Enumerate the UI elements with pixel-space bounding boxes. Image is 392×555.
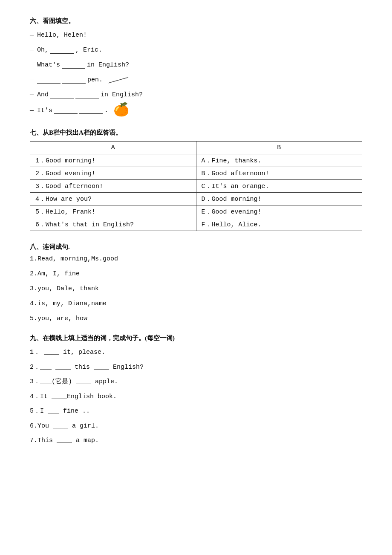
fill-item: 2．___ ____ this ____ English? xyxy=(30,361,362,374)
line-6-3: — What's in English? xyxy=(30,59,362,71)
table-cell-a: 2．Good evening! xyxy=(30,167,196,180)
table-row: 2．Good evening!B．Good afternoon! xyxy=(30,167,362,180)
table-cell-a: 5．Hello, Frank! xyxy=(30,205,196,218)
line-6-1: — Hello, Helen! xyxy=(30,29,362,41)
table-row: 3．Good afternoon!C．It's an orange. xyxy=(30,180,362,193)
table-cell-b: A．Fine, thanks. xyxy=(196,154,362,167)
table-cell-b: F．Hello, Alice. xyxy=(196,218,362,231)
line-6-6: — It's . 🍊 xyxy=(30,104,362,117)
match-table: A B 1．Good morning!A．Fine, thanks.2．Good… xyxy=(30,141,362,231)
word-order-item: 4.is, my, Diana,name xyxy=(30,300,362,307)
line-6-2: — Oh, , Eric. xyxy=(30,44,362,56)
section-7-title: 七、从B栏中找出A栏的应答语。 xyxy=(30,129,362,137)
table-cell-b: D．Good morning! xyxy=(196,193,362,205)
fill-item: 6.You ____ a girl. xyxy=(30,420,362,433)
word-order-item: 1.Read, morning,Ms.good xyxy=(30,255,362,263)
svg-line-0 xyxy=(109,77,128,83)
table-cell-a: 4．How are you? xyxy=(30,193,196,205)
fill-item: 3．___(它是) ____ apple. xyxy=(30,376,362,388)
section-6-title: 六、看图填空。 xyxy=(30,17,362,25)
table-row: 6．What's that in English?F．Hello, Alice. xyxy=(30,218,362,231)
fill-item: 4．It ____English book. xyxy=(30,391,362,403)
table-cell-b: B．Good afternoon! xyxy=(196,167,362,180)
blank-6-3 xyxy=(62,62,85,69)
blank-6-5a xyxy=(50,92,74,98)
blank-6-2 xyxy=(50,47,74,54)
blank-6-6b xyxy=(79,107,103,114)
line-6-4: — pen. xyxy=(30,74,362,86)
section-6: 六、看图填空。 — Hello, Helen! — Oh, , Eric. — … xyxy=(30,17,362,117)
section-8: 八、连词成句. 1.Read, morning,Ms.good2.Am, I, … xyxy=(30,243,362,322)
orange-image: 🍊 xyxy=(113,104,129,117)
section-8-title: 八、连词成句. xyxy=(30,243,362,251)
blank-6-6a xyxy=(54,107,78,114)
fill-item: 1． ____ it, please. xyxy=(30,347,362,359)
word-order-item: 2.Am, I, fine xyxy=(30,270,362,278)
section-7: 七、从B栏中找出A栏的应答语。 A B 1．Good morning!A．Fin… xyxy=(30,129,362,231)
table-header-a: A xyxy=(30,142,196,154)
table-row: 4．How are you?D．Good morning! xyxy=(30,193,362,205)
table-row: 1．Good morning!A．Fine, thanks. xyxy=(30,154,362,167)
line-6-5: — And in English? xyxy=(30,89,362,101)
table-cell-b: E．Good evening! xyxy=(196,205,362,218)
section-9-title: 九、在横线上填上适当的词，完成句子。(每空一词) xyxy=(30,334,362,342)
fill-item: 7.This ____ a map. xyxy=(30,435,362,447)
table-header-b: B xyxy=(196,142,362,154)
fill-item: 5．I ___ fine .. xyxy=(30,405,362,418)
word-order-item: 3.you, Dale, thank xyxy=(30,285,362,292)
table-cell-a: 6．What's that in English? xyxy=(30,218,196,231)
table-row: 5．Hello, Frank!E．Good evening! xyxy=(30,205,362,218)
section-9: 九、在横线上填上适当的词，完成句子。(每空一词) 1． ____ it, ple… xyxy=(30,334,362,447)
table-cell-b: C．It's an orange. xyxy=(196,180,362,193)
blank-6-4a xyxy=(37,77,61,84)
blank-6-5b xyxy=(75,92,99,98)
table-cell-a: 1．Good morning! xyxy=(30,154,196,167)
pen-image xyxy=(108,75,129,85)
word-order-item: 5.you, are, how xyxy=(30,315,362,322)
blank-6-4b xyxy=(62,77,86,84)
table-cell-a: 3．Good afternoon! xyxy=(30,180,196,193)
